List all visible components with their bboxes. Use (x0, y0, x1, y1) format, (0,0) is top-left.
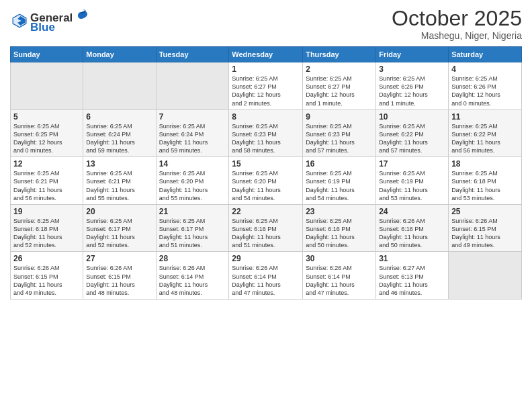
table-row: 4Sunrise: 6:25 AMSunset: 6:26 PMDaylight… (449, 62, 522, 110)
day-number: 30 (306, 254, 373, 263)
table-row: 19Sunrise: 6:25 AMSunset: 6:18 PMDayligh… (11, 204, 83, 252)
logo-text: General Blue (30, 7, 89, 34)
table-row (156, 62, 229, 110)
day-number: 15 (232, 159, 300, 169)
table-row: 12Sunrise: 6:25 AMSunset: 6:21 PMDayligh… (11, 157, 83, 205)
day-number: 12 (13, 159, 80, 169)
table-row: 18Sunrise: 6:25 AMSunset: 6:18 PMDayligh… (449, 157, 522, 205)
month-title: October 2025 (392, 7, 522, 30)
day-info: Sunrise: 6:25 AMSunset: 6:20 PMDaylight:… (232, 169, 300, 202)
table-row: 11Sunrise: 6:25 AMSunset: 6:22 PMDayligh… (449, 109, 522, 157)
day-info: Sunrise: 6:25 AMSunset: 6:24 PMDaylight:… (159, 122, 226, 155)
col-saturday: Saturday (449, 47, 522, 62)
table-row (11, 62, 83, 110)
day-number: 10 (379, 112, 445, 122)
table-row: 24Sunrise: 6:26 AMSunset: 6:16 PMDayligh… (376, 204, 449, 252)
day-info: Sunrise: 6:26 AMSunset: 6:15 PMDaylight:… (13, 264, 80, 297)
day-info: Sunrise: 6:25 AMSunset: 6:26 PMDaylight:… (379, 75, 445, 107)
table-row: 21Sunrise: 6:25 AMSunset: 6:17 PMDayligh… (156, 204, 229, 252)
location-title: Mashegu, Niger, Nigeria (392, 30, 522, 41)
day-number: 3 (379, 64, 445, 74)
day-number: 8 (232, 112, 300, 122)
table-row: 15Sunrise: 6:25 AMSunset: 6:20 PMDayligh… (229, 157, 303, 205)
table-row: 31Sunrise: 6:27 AMSunset: 6:13 PMDayligh… (376, 252, 449, 300)
day-number: 17 (379, 159, 445, 169)
table-row (449, 252, 522, 300)
day-info: Sunrise: 6:25 AMSunset: 6:19 PMDaylight:… (379, 169, 445, 202)
day-number: 2 (306, 64, 373, 74)
logo-icon (10, 11, 29, 30)
day-number: 26 (13, 254, 80, 263)
col-wednesday: Wednesday (229, 47, 303, 62)
day-info: Sunrise: 6:25 AMSunset: 6:27 PMDaylight:… (232, 75, 300, 107)
table-row: 2Sunrise: 6:25 AMSunset: 6:27 PMDaylight… (303, 62, 376, 110)
day-info: Sunrise: 6:26 AMSunset: 6:14 PMDaylight:… (159, 264, 226, 297)
day-number: 22 (232, 207, 300, 216)
day-info: Sunrise: 6:25 AMSunset: 6:18 PMDaylight:… (451, 169, 519, 202)
table-row (83, 62, 156, 110)
calendar-header-row: Sunday Monday Tuesday Wednesday Thursday… (11, 47, 522, 62)
table-row: 25Sunrise: 6:26 AMSunset: 6:15 PMDayligh… (449, 204, 522, 252)
col-thursday: Thursday (303, 47, 376, 62)
table-row: 8Sunrise: 6:25 AMSunset: 6:23 PMDaylight… (229, 109, 303, 157)
day-info: Sunrise: 6:25 AMSunset: 6:16 PMDaylight:… (306, 217, 373, 250)
day-info: Sunrise: 6:26 AMSunset: 6:15 PMDaylight:… (451, 217, 519, 250)
table-row: 28Sunrise: 6:26 AMSunset: 6:14 PMDayligh… (156, 252, 229, 300)
table-row: 16Sunrise: 6:25 AMSunset: 6:19 PMDayligh… (303, 157, 376, 205)
day-info: Sunrise: 6:25 AMSunset: 6:17 PMDaylight:… (86, 217, 152, 250)
table-row: 6Sunrise: 6:25 AMSunset: 6:24 PMDaylight… (83, 109, 156, 157)
day-number: 20 (86, 207, 152, 216)
table-row: 7Sunrise: 6:25 AMSunset: 6:24 PMDaylight… (156, 109, 229, 157)
day-info: Sunrise: 6:25 AMSunset: 6:23 PMDaylight:… (232, 122, 300, 155)
day-info: Sunrise: 6:25 AMSunset: 6:17 PMDaylight:… (159, 217, 226, 250)
table-row: 9Sunrise: 6:25 AMSunset: 6:23 PMDaylight… (303, 109, 376, 157)
day-number: 5 (13, 112, 80, 122)
table-row: 22Sunrise: 6:25 AMSunset: 6:16 PMDayligh… (229, 204, 303, 252)
day-info: Sunrise: 6:25 AMSunset: 6:27 PMDaylight:… (306, 75, 373, 107)
table-row: 17Sunrise: 6:25 AMSunset: 6:19 PMDayligh… (376, 157, 449, 205)
day-number: 14 (159, 159, 226, 169)
calendar-table: Sunday Monday Tuesday Wednesday Thursday… (10, 46, 522, 300)
col-sunday: Sunday (11, 47, 83, 62)
table-row: 5Sunrise: 6:25 AMSunset: 6:25 PMDaylight… (11, 109, 83, 157)
day-number: 25 (451, 207, 519, 216)
day-number: 19 (13, 207, 80, 216)
day-info: Sunrise: 6:26 AMSunset: 6:15 PMDaylight:… (86, 264, 152, 297)
col-friday: Friday (376, 47, 449, 62)
day-number: 4 (451, 64, 519, 74)
day-number: 23 (306, 207, 373, 216)
day-number: 6 (86, 112, 152, 122)
day-info: Sunrise: 6:25 AMSunset: 6:24 PMDaylight:… (86, 122, 152, 155)
day-number: 1 (232, 64, 300, 74)
calendar-week-row: 26Sunrise: 6:26 AMSunset: 6:15 PMDayligh… (11, 252, 522, 300)
day-number: 9 (306, 112, 373, 122)
day-number: 29 (232, 254, 300, 263)
table-row: 23Sunrise: 6:25 AMSunset: 6:16 PMDayligh… (303, 204, 376, 252)
day-info: Sunrise: 6:25 AMSunset: 6:25 PMDaylight:… (13, 122, 80, 155)
table-row: 10Sunrise: 6:25 AMSunset: 6:22 PMDayligh… (376, 109, 449, 157)
day-number: 16 (306, 159, 373, 169)
table-row: 14Sunrise: 6:25 AMSunset: 6:20 PMDayligh… (156, 157, 229, 205)
day-number: 13 (86, 159, 152, 169)
day-number: 21 (159, 207, 226, 216)
day-info: Sunrise: 6:26 AMSunset: 6:16 PMDaylight:… (379, 217, 445, 250)
table-row: 26Sunrise: 6:26 AMSunset: 6:15 PMDayligh… (11, 252, 83, 300)
header: General Blue October 2025 Mashegu, Niger… (10, 7, 522, 41)
day-number: 27 (86, 254, 152, 263)
title-block: October 2025 Mashegu, Niger, Nigeria (392, 7, 522, 41)
table-row: 13Sunrise: 6:25 AMSunset: 6:21 PMDayligh… (83, 157, 156, 205)
logo-bird-icon (74, 7, 89, 21)
calendar-week-row: 12Sunrise: 6:25 AMSunset: 6:21 PMDayligh… (11, 157, 522, 205)
table-row: 29Sunrise: 6:26 AMSunset: 6:14 PMDayligh… (229, 252, 303, 300)
day-info: Sunrise: 6:25 AMSunset: 6:22 PMDaylight:… (451, 122, 519, 155)
day-info: Sunrise: 6:25 AMSunset: 6:18 PMDaylight:… (13, 217, 80, 250)
day-info: Sunrise: 6:25 AMSunset: 6:19 PMDaylight:… (306, 169, 373, 202)
logo: General Blue (10, 7, 89, 34)
calendar-week-row: 5Sunrise: 6:25 AMSunset: 6:25 PMDaylight… (11, 109, 522, 157)
day-info: Sunrise: 6:27 AMSunset: 6:13 PMDaylight:… (379, 264, 445, 297)
table-row: 1Sunrise: 6:25 AMSunset: 6:27 PMDaylight… (229, 62, 303, 110)
calendar-week-row: 1Sunrise: 6:25 AMSunset: 6:27 PMDaylight… (11, 62, 522, 110)
table-row: 20Sunrise: 6:25 AMSunset: 6:17 PMDayligh… (83, 204, 156, 252)
calendar-week-row: 19Sunrise: 6:25 AMSunset: 6:18 PMDayligh… (11, 204, 522, 252)
day-info: Sunrise: 6:25 AMSunset: 6:22 PMDaylight:… (379, 122, 445, 155)
